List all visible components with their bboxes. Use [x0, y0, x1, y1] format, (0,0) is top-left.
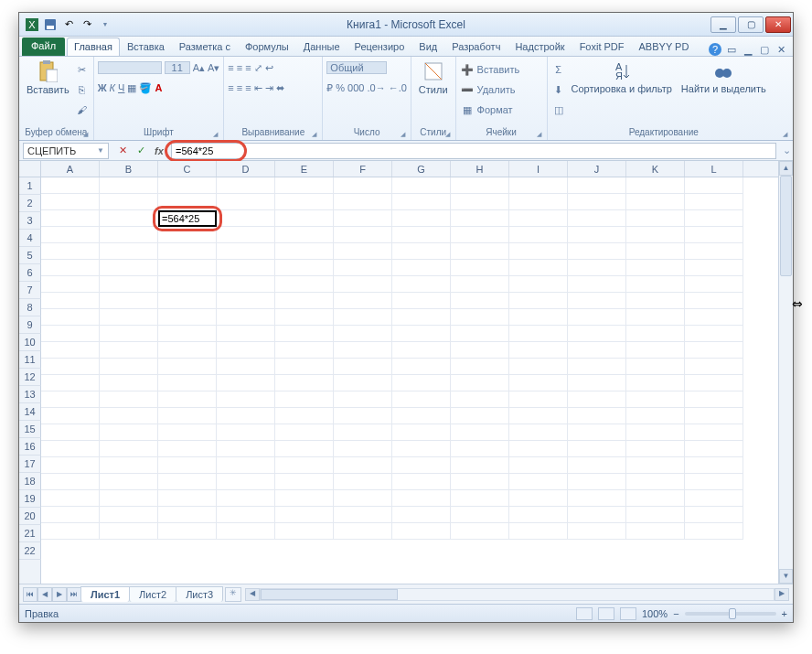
cell-J10[interactable]	[568, 326, 626, 342]
view-normal-icon[interactable]	[576, 607, 593, 620]
cell-J15[interactable]	[568, 408, 626, 424]
cell-J13[interactable]	[568, 375, 626, 391]
cell-A20[interactable]	[41, 490, 100, 507]
cell-L20[interactable]	[685, 490, 743, 507]
cell-F9[interactable]	[334, 309, 392, 326]
cell-B7[interactable]	[100, 276, 158, 293]
cell-B6[interactable]	[100, 260, 158, 276]
col-header-L[interactable]: L	[685, 161, 743, 177]
cell-A12[interactable]	[41, 359, 100, 375]
col-header-F[interactable]: F	[334, 161, 392, 177]
format-painter-button[interactable]: 🖌	[75, 101, 90, 119]
name-box[interactable]: СЦЕПИТЬ▼	[23, 143, 109, 159]
styles-button[interactable]: Стили	[415, 59, 452, 97]
row-header-5[interactable]: 5	[19, 247, 41, 264]
cell-G19[interactable]	[392, 474, 451, 490]
cell-B15[interactable]	[100, 408, 158, 424]
cell-C20[interactable]	[158, 490, 217, 507]
cell-G16[interactable]	[392, 424, 451, 441]
mdi-restore-icon[interactable]: ▢	[758, 43, 771, 56]
cell-E20[interactable]	[275, 490, 334, 507]
cell-G15[interactable]	[392, 408, 451, 424]
cell-L13[interactable]	[685, 375, 743, 391]
cell-G17[interactable]	[392, 441, 451, 457]
cell-J7[interactable]	[568, 276, 626, 293]
cell-H16[interactable]	[451, 424, 509, 441]
cell-G2[interactable]	[392, 194, 451, 210]
cell-D18[interactable]	[217, 457, 275, 474]
cell-G6[interactable]	[392, 260, 451, 276]
col-header-C[interactable]: C	[158, 161, 217, 177]
cell-H7[interactable]	[451, 276, 509, 293]
font-family-combo[interactable]	[98, 61, 162, 74]
cell-C13[interactable]	[158, 375, 217, 391]
cell-K14[interactable]	[626, 391, 685, 408]
cell-K7[interactable]	[626, 276, 685, 293]
ribbon-minimize-icon[interactable]: ▭	[725, 43, 738, 56]
scroll-down-icon[interactable]: ▼	[779, 569, 793, 584]
row-header-22[interactable]: 22	[19, 542, 41, 560]
cell-A13[interactable]	[41, 375, 100, 391]
undo-icon[interactable]: ↶	[61, 17, 76, 32]
sheet-nav-last-icon[interactable]: ⏭	[67, 587, 81, 602]
cell-E12[interactable]	[275, 359, 334, 375]
col-header-H[interactable]: H	[451, 161, 509, 177]
cell-F6[interactable]	[334, 260, 392, 276]
cell-D4[interactable]	[217, 227, 275, 243]
cell-H18[interactable]	[451, 457, 509, 474]
cell-D15[interactable]	[217, 408, 275, 424]
vscroll-thumb[interactable]	[780, 176, 792, 276]
font-size-combo[interactable]: 11	[165, 61, 190, 74]
italic-icon[interactable]: К	[110, 82, 115, 93]
cell-F3[interactable]	[334, 210, 392, 227]
cell-D19[interactable]	[217, 474, 275, 490]
cell-L7[interactable]	[685, 276, 743, 293]
cell-D9[interactable]	[217, 309, 275, 326]
col-header-J[interactable]: J	[568, 161, 626, 177]
cell-D12[interactable]	[217, 359, 275, 375]
clear-button[interactable]: ◫	[551, 101, 566, 119]
align-top-icon[interactable]: ≡	[228, 62, 233, 73]
cell-H1[interactable]	[451, 177, 509, 194]
cell-I8[interactable]	[509, 293, 568, 309]
col-header-B[interactable]: B	[100, 161, 158, 177]
cell-E11[interactable]	[275, 342, 334, 359]
vertical-scrollbar[interactable]: ▲ ▼	[778, 161, 793, 584]
sheet-tab-0[interactable]: Лист1	[80, 586, 130, 602]
cell-K2[interactable]	[626, 194, 685, 210]
cell-G20[interactable]	[392, 490, 451, 507]
vscroll-track[interactable]	[779, 176, 793, 569]
cell-C6[interactable]	[158, 260, 217, 276]
cell-K4[interactable]	[626, 227, 685, 243]
row-header-1[interactable]: 1	[19, 177, 41, 195]
row-header-15[interactable]: 15	[19, 421, 41, 438]
cell-E14[interactable]	[275, 391, 334, 408]
merge-icon[interactable]: ⬌	[276, 82, 284, 94]
percent-icon[interactable]: %	[336, 82, 345, 93]
sheet-tab-2[interactable]: Лист3	[176, 586, 223, 602]
fill-button[interactable]: ⬇	[551, 80, 566, 99]
ribbon-tab-4[interactable]: Данные	[296, 38, 347, 56]
grow-font-icon[interactable]: A▴	[193, 62, 205, 74]
cell-G21[interactable]	[392, 507, 451, 523]
cell-C14[interactable]	[158, 391, 217, 408]
cell-E15[interactable]	[275, 408, 334, 424]
cancel-formula-icon[interactable]: ✕	[114, 143, 131, 159]
cell-H20[interactable]	[451, 490, 509, 507]
cell-H14[interactable]	[451, 391, 509, 408]
cell-D1[interactable]	[217, 177, 275, 194]
cell-H4[interactable]	[451, 227, 509, 243]
format-cells-button[interactable]: ▦Формат	[460, 101, 543, 119]
wrap-icon[interactable]: ↩	[265, 62, 273, 74]
cell-K10[interactable]	[626, 326, 685, 342]
row-header-17[interactable]: 17	[19, 456, 41, 473]
cell-F7[interactable]	[334, 276, 392, 293]
cell-G7[interactable]	[392, 276, 451, 293]
row-header-8[interactable]: 8	[19, 299, 41, 316]
row-header-21[interactable]: 21	[19, 525, 41, 542]
cell-F10[interactable]	[334, 326, 392, 342]
row-header-6[interactable]: 6	[19, 264, 41, 282]
cell-J20[interactable]	[568, 490, 626, 507]
cell-H3[interactable]	[451, 210, 509, 227]
cell-F20[interactable]	[334, 490, 392, 507]
